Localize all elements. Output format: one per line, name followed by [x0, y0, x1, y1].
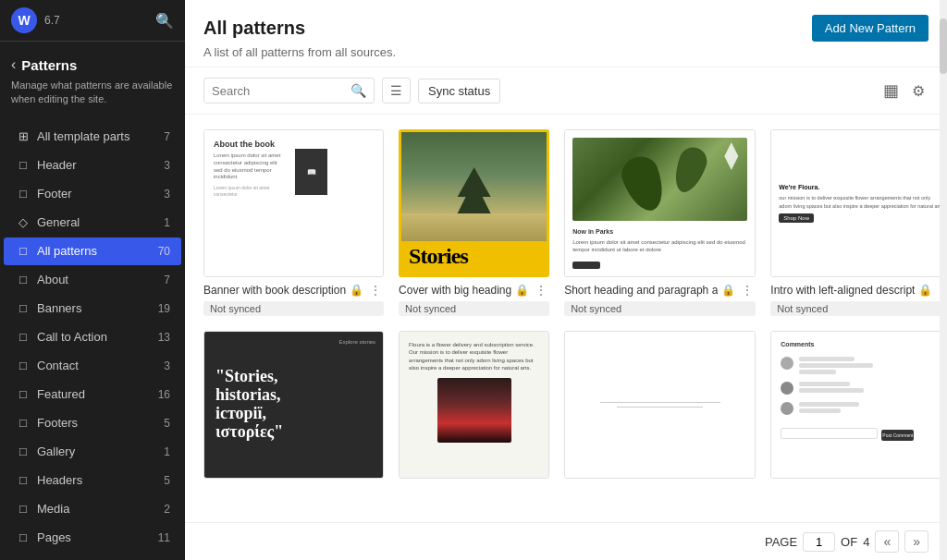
pattern-more-button-banner-book[interactable]: ⋮ [367, 283, 384, 298]
sidebar-item-contact[interactable]: □ Contact 3 [4, 352, 181, 380]
filter-button[interactable]: ☰ [382, 78, 411, 103]
not-synced-badge-intro-left: Not synced [770, 301, 947, 316]
sidebar-back-button[interactable]: ‹ [11, 56, 16, 73]
page-label: PAGE [765, 535, 797, 549]
pattern-info-short-heading: Short heading and paragraph a 🔒 ⋮ [564, 277, 756, 299]
sidebar-item-footer[interactable]: □ Footer 3 [4, 180, 181, 208]
sync-status-filter-button[interactable]: Sync status [418, 79, 500, 103]
not-synced-badge-cover-big-heading: Not synced [399, 301, 549, 316]
page-of: OF [841, 535, 857, 549]
wp-logo-icon[interactable]: W [11, 7, 37, 33]
search-input[interactable] [204, 79, 343, 103]
page-icon: □ [15, 243, 31, 260]
pattern-preview-cover-big-heading: Stories [399, 129, 549, 277]
page-icon: □ [15, 472, 31, 489]
add-new-pattern-button[interactable]: Add New Pattern [812, 15, 929, 42]
pattern-card-cover-big-heading[interactable]: Stories Cover with big heading 🔒 ⋮ Not s… [399, 129, 549, 316]
page-icon: □ [15, 386, 31, 403]
page-icon: □ [15, 157, 31, 174]
settings-button[interactable]: ⚙ [908, 79, 929, 103]
patterns-grid-layout: About the book Lorem ipsum dolor sit ame… [203, 129, 929, 486]
global-search-button[interactable]: 🔍 [155, 12, 174, 30]
pattern-card-flower-delivery[interactable]: Floura is a flower delivery and subscrip… [399, 331, 549, 486]
page-icon: □ [15, 358, 31, 374]
pattern-card-short-heading[interactable]: Now in Parks Lorem ipsum dolor sit amet … [564, 129, 756, 316]
sidebar-header: ‹ Patterns Manage what patterns are avai… [0, 42, 185, 115]
pattern-card-banner-book[interactable]: About the book Lorem ipsum dolor sit ame… [203, 129, 384, 316]
pattern-info-stories-historias [203, 479, 384, 486]
search-container: 🔍 [203, 78, 375, 103]
pattern-more-button-cover-big-heading[interactable]: ⋮ [533, 283, 549, 298]
sidebar-item-headers[interactable]: □ Headers 5 [4, 467, 181, 494]
pattern-preview-comments: Comments [770, 331, 947, 479]
pattern-preview-short-heading: Now in Parks Lorem ipsum dolor sit amet … [564, 129, 756, 277]
sidebar-item-all-template-parts[interactable]: ⊞ All template parts 7 [4, 123, 181, 151]
sidebar-title-row: ‹ Patterns [11, 56, 174, 73]
sidebar-item-footers[interactable]: □ Footers 5 [4, 409, 181, 437]
not-synced-badge-short-heading: Not synced [564, 301, 756, 316]
pattern-info-banner-book: Banner with book description 🔒 ⋮ [203, 277, 384, 299]
page-icon: □ [15, 444, 31, 460]
pattern-more-button-short-heading[interactable]: ⋮ [739, 283, 756, 298]
toolbar-right: ▦ ⚙ [879, 77, 929, 104]
page-icon: □ [15, 186, 31, 202]
main-header: All patterns Add New Pattern A list of a… [185, 0, 947, 67]
sidebar-item-all-patterns[interactable]: □ All patterns 70 [4, 237, 181, 265]
pattern-card-stories-historias[interactable]: "Stories,historias,історії,ιστορίες" Exp… [203, 331, 384, 486]
lock-icon-4: 🔒 [918, 284, 932, 297]
sidebar-item-banners[interactable]: □ Banners 19 [4, 295, 181, 323]
page-subtitle: A list of all patterns from all sources. [203, 45, 929, 59]
not-synced-badge-banner-book: Not synced [203, 301, 384, 316]
grid-view-button[interactable]: ▦ [879, 77, 903, 104]
sidebar: W 6.7 🔍 ‹ Patterns Manage what patterns … [0, 0, 185, 560]
scrollbar-thumb [940, 18, 947, 74]
sidebar-item-saved[interactable]: □ Saved [4, 553, 181, 560]
pattern-preview-banner-book: About the book Lorem ipsum dolor sit ame… [203, 129, 384, 277]
page-icon: □ [15, 300, 31, 317]
pattern-card-comments[interactable]: Comments [770, 331, 947, 486]
sidebar-item-about[interactable]: □ About 7 [4, 266, 181, 294]
lock-icon-2: 🔒 [515, 284, 529, 297]
sidebar-navigation: ⊞ All template parts 7 □ Header 3 □ Foot… [0, 115, 185, 560]
lock-icon: 🔒 [350, 284, 363, 297]
patterns-grid: About the book Lorem ipsum dolor sit ame… [185, 115, 947, 522]
next-page-button[interactable]: » [904, 530, 929, 553]
pattern-info-comments [770, 479, 947, 486]
pattern-name-intro-left: Intro with left-aligned descript [770, 284, 915, 297]
page-icon: □ [15, 501, 31, 517]
pattern-info-flower-delivery [399, 479, 549, 486]
page-icon: □ [15, 415, 31, 432]
scrollbar[interactable] [940, 0, 947, 560]
total-pages: 4 [863, 535, 869, 549]
pattern-info-minimal [564, 479, 756, 486]
pattern-name-banner-book: Banner with book description [203, 284, 346, 297]
sidebar-item-call-to-action[interactable]: □ Call to Action 13 [4, 323, 181, 351]
pattern-info-intro-left: Intro with left-aligned descript 🔒 ⋮ [770, 277, 947, 299]
first-page-button[interactable]: « [875, 530, 899, 553]
sidebar-item-featured[interactable]: □ Featured 16 [4, 381, 181, 408]
page-number-input[interactable] [803, 532, 835, 552]
sidebar-section-title: Patterns [21, 57, 77, 73]
toolbar: 🔍 ☰ Sync status ▦ ⚙ [185, 67, 947, 115]
sidebar-item-general[interactable]: ◇ General 1 [4, 209, 181, 237]
sidebar-item-media[interactable]: □ Media 2 [4, 495, 181, 523]
pattern-preview-minimal [564, 331, 756, 479]
page-icon: □ [15, 530, 31, 546]
pattern-name-cover-big-heading: Cover with big heading [399, 284, 511, 297]
pattern-card-minimal[interactable] [564, 331, 756, 486]
pattern-card-intro-left[interactable]: We're Floura. our mission is to deliver … [770, 129, 947, 316]
lock-icon-3: 🔒 [721, 284, 735, 297]
page-icon: □ [15, 329, 31, 346]
sidebar-topbar: W 6.7 🔍 [0, 0, 185, 42]
diamond-icon: ◇ [15, 214, 31, 231]
sidebar-item-header[interactable]: □ Header 3 [4, 152, 181, 179]
pattern-preview-flower-delivery: Floura is a flower delivery and subscrip… [399, 331, 549, 479]
sidebar-item-gallery[interactable]: □ Gallery 1 [4, 438, 181, 466]
sidebar-description: Manage what patterns are available when … [11, 79, 174, 107]
page-icon: □ [15, 272, 31, 288]
wp-version: 6.7 [44, 14, 60, 27]
search-button[interactable]: 🔍 [343, 79, 374, 103]
pattern-preview-intro-left: We're Floura. our mission is to deliver … [770, 129, 947, 277]
sidebar-item-pages[interactable]: □ Pages 11 [4, 524, 181, 552]
main-title-row: All patterns Add New Pattern [203, 15, 929, 42]
